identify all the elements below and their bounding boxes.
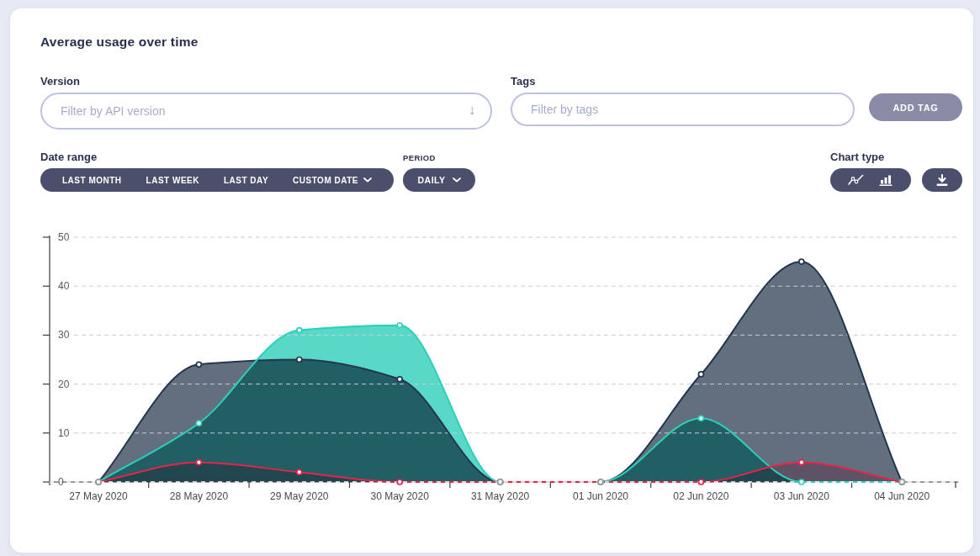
y-axis-label: 20 <box>58 379 70 390</box>
data-point[interactable] <box>899 479 904 485</box>
period-value: DAILY <box>417 175 445 185</box>
data-point[interactable] <box>397 377 402 382</box>
x-axis-label: 03 Jun 2020 <box>774 490 829 502</box>
chevron-down-icon <box>453 177 461 183</box>
x-axis-label: 01 Jun 2020 <box>573 490 628 502</box>
usage-panel: Average usage over time Version ↓ Tags A… <box>10 8 973 553</box>
date-last-month-button[interactable]: LAST MONTH <box>62 176 122 185</box>
x-axis-label: 27 May 2020 <box>69 490 128 502</box>
tags-filter-input[interactable] <box>511 93 855 126</box>
x-axis-label: 30 May 2020 <box>371 490 430 502</box>
usage-chart: 0102030405027 May 202028 May 202029 May … <box>38 229 963 511</box>
x-axis-label: 04 Jun 2020 <box>874 490 930 502</box>
period-label: PERIOD <box>403 153 436 162</box>
page-title: Average usage over time <box>40 34 199 50</box>
data-point[interactable] <box>96 479 101 485</box>
data-point[interactable] <box>698 479 703 485</box>
data-point[interactable] <box>397 323 402 328</box>
add-tag-button[interactable]: ADD TAG <box>869 93 962 121</box>
date-range-label: Date range <box>40 151 97 163</box>
data-point[interactable] <box>196 362 201 367</box>
date-last-day-button[interactable]: LAST DAY <box>224 176 268 185</box>
date-custom-button[interactable]: CUSTOM DATE <box>293 176 372 185</box>
chart-type-label: Chart type <box>830 151 884 163</box>
tags-label: Tags <box>511 75 535 87</box>
x-axis-label: 02 Jun 2020 <box>673 490 728 502</box>
date-range-group: LAST MONTH LAST WEEK LAST DAY CUSTOM DAT… <box>40 168 394 192</box>
y-axis-label: 10 <box>58 427 70 439</box>
y-axis-label: 40 <box>58 280 70 292</box>
line-chart-icon <box>848 174 864 186</box>
data-point[interactable] <box>698 416 703 421</box>
data-point[interactable] <box>799 460 804 465</box>
version-filter: ↓ <box>40 93 492 130</box>
data-point[interactable] <box>297 357 302 363</box>
version-label: Version <box>40 75 80 87</box>
data-point[interactable] <box>598 479 603 485</box>
period-select[interactable]: DAILY <box>403 168 475 192</box>
y-axis-label: 30 <box>58 329 70 341</box>
download-button[interactable] <box>922 168 962 192</box>
data-point[interactable] <box>196 421 201 426</box>
chart-type-toggle <box>830 168 911 192</box>
data-point[interactable] <box>799 259 804 264</box>
bar-chart-icon <box>878 174 893 186</box>
bar-chart-button[interactable] <box>878 174 893 186</box>
data-point[interactable] <box>196 460 201 465</box>
x-axis-label: 28 May 2020 <box>170 490 229 502</box>
data-point[interactable] <box>297 469 302 474</box>
data-point[interactable] <box>698 372 703 377</box>
chevron-down-icon <box>363 177 372 183</box>
data-point[interactable] <box>498 479 503 485</box>
date-custom-label: CUSTOM DATE <box>293 176 358 185</box>
data-point[interactable] <box>799 479 804 485</box>
x-axis-label: 31 May 2020 <box>471 490 530 502</box>
x-axis-label: 29 May 2020 <box>270 490 329 502</box>
date-last-week-button[interactable]: LAST WEEK <box>146 176 199 185</box>
data-point[interactable] <box>297 328 302 333</box>
download-icon <box>935 174 950 187</box>
line-chart-button[interactable] <box>848 174 864 186</box>
y-axis-label: 50 <box>58 231 70 243</box>
data-point[interactable] <box>397 479 402 485</box>
y-axis-label: 0 <box>58 476 64 488</box>
version-filter-input[interactable] <box>40 93 492 130</box>
tags-filter <box>511 93 855 126</box>
